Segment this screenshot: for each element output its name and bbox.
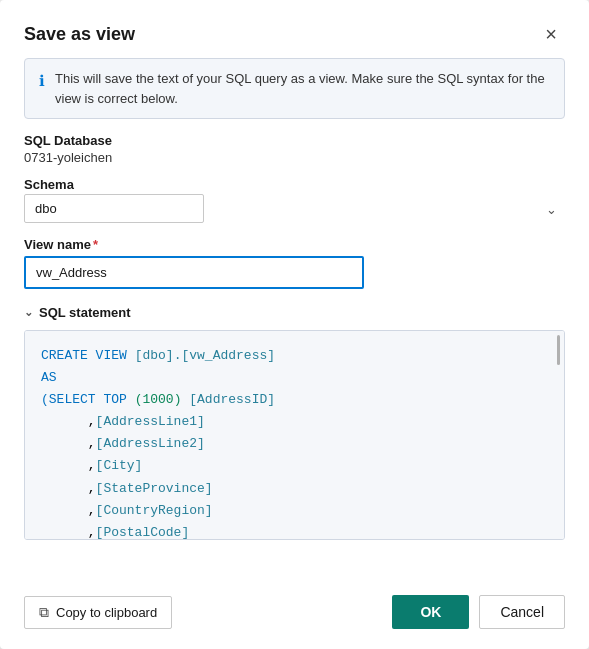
sql-line-4: ,[AddressLine1]: [41, 411, 548, 433]
copy-label: Copy to clipboard: [56, 605, 157, 620]
chevron-right-icon: ⌄: [24, 306, 33, 319]
dialog-header: Save as view ×: [0, 0, 589, 58]
schema-label: Schema: [24, 177, 565, 192]
scrollbar: [557, 335, 560, 365]
dialog-title: Save as view: [24, 24, 135, 45]
ok-button[interactable]: OK: [392, 595, 469, 629]
form-section: SQL Database 0731-yoleichen Schema dbo ⌄…: [0, 133, 589, 305]
info-icon: ℹ: [39, 70, 45, 93]
sql-line-8: ,[CountryRegion]: [41, 500, 548, 522]
required-star: *: [93, 237, 98, 252]
view-name-label: View name*: [24, 237, 565, 252]
chevron-down-icon: ⌄: [546, 201, 557, 216]
dialog-footer: ⧉ Copy to clipboard OK Cancel: [0, 577, 589, 649]
schema-select[interactable]: dbo: [24, 194, 204, 223]
cancel-button[interactable]: Cancel: [479, 595, 565, 629]
sql-line-3: (SELECT TOP (1000) [AddressID]: [41, 389, 548, 411]
view-name-input[interactable]: [24, 256, 364, 289]
sql-line-5: ,[AddressLine2]: [41, 433, 548, 455]
sql-line-2: AS: [41, 367, 548, 389]
sql-database-label: SQL Database: [24, 133, 565, 148]
sql-statement-toggle[interactable]: ⌄ SQL statement: [24, 305, 565, 320]
save-as-view-dialog: Save as view × ℹ This will save the text…: [0, 0, 589, 649]
sql-line-1: CREATE VIEW [dbo].[vw_Address]: [41, 345, 548, 367]
copy-to-clipboard-button[interactable]: ⧉ Copy to clipboard: [24, 596, 172, 629]
close-button[interactable]: ×: [537, 20, 565, 48]
footer-actions: OK Cancel: [392, 595, 565, 629]
sql-statement-section: ⌄ SQL statement CREATE VIEW [dbo].[vw_Ad…: [0, 305, 589, 540]
sql-code-box[interactable]: CREATE VIEW [dbo].[vw_Address] AS (SELEC…: [24, 330, 565, 540]
sql-database-value: 0731-yoleichen: [24, 150, 565, 165]
info-text: This will save the text of your SQL quer…: [55, 69, 550, 108]
copy-icon: ⧉: [39, 604, 49, 621]
sql-statement-label: SQL statement: [39, 305, 131, 320]
sql-line-7: ,[StateProvince]: [41, 478, 548, 500]
sql-line-9: ,[PostalCode]: [41, 522, 548, 540]
info-banner: ℹ This will save the text of your SQL qu…: [24, 58, 565, 119]
schema-select-wrapper: dbo ⌄: [24, 194, 565, 223]
sql-line-6: ,[City]: [41, 455, 548, 477]
